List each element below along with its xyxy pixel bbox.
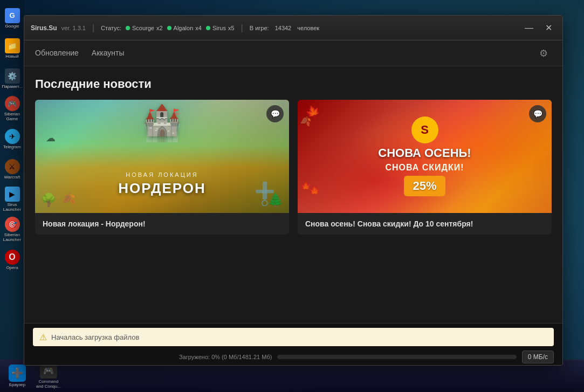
online-status: В игре: 14342 человек — [250, 25, 319, 31]
tab-updates[interactable]: Обновление — [35, 46, 79, 60]
bottom-bar: ⚠ Началась загрузка файлов Загружено: 0%… — [24, 323, 562, 366]
sirus-badge: S — [411, 116, 438, 143]
autumn-comment-button[interactable]: 💬 — [529, 105, 546, 122]
desktop-icon-opera[interactable]: O Opera — [1, 246, 24, 274]
card-autumn-image: 🍁 🍂 🍁 🍂 🍁 S СНОВА ОСЕНЬ! СНОВА СКИДКИ! — [298, 100, 552, 213]
minimize-button[interactable]: — — [521, 20, 537, 36]
autumn-card-title: Снова осень! Снова скидки! До 10 сентябр… — [298, 213, 552, 235]
desktop-icon-telegram[interactable]: ✈ Telegram — [1, 125, 24, 153]
news-card-autumn[interactable]: 🍁 🍂 🍁 🍂 🍁 S СНОВА ОСЕНЬ! СНОВА СКИДКИ! — [298, 100, 552, 235]
settings-button[interactable]: ⚙ — [535, 45, 552, 61]
sirus-dot — [206, 26, 210, 30]
discount-badge: 25% — [404, 176, 445, 196]
norderon-card-title: Новая локация - Нордерон! — [35, 213, 289, 235]
notification-bar: ⚠ Началась загрузка файлов — [33, 328, 554, 346]
progress-bar-container — [277, 355, 516, 359]
svg-point-2 — [262, 201, 267, 206]
autumn-sub-text: СНОВА СКИДКИ! — [385, 163, 464, 173]
close-button[interactable]: ✕ — [541, 20, 556, 36]
title-bar-left: Sirus.Su ver. 1.3.1 | Статус: Scourge x2… — [31, 23, 521, 33]
algalon-dot — [167, 26, 171, 30]
desktop-icon-google[interactable]: G Google — [1, 4, 24, 32]
autumn-main-text: СНОВА ОСЕНЬ! — [378, 147, 471, 160]
status-algalon: Algalon x4 — [167, 25, 202, 31]
status-prefix: Статус: — [101, 25, 121, 31]
status-scourge: Scourge x2 — [126, 25, 163, 31]
notification-text: Началась загрузка файлов — [51, 333, 139, 341]
progress-info: Загружено: 0% (0 Мб/1481.21 Мб) — [33, 354, 272, 360]
desktop-icon-sirus[interactable]: ▶ Sirus Launcher — [1, 185, 24, 214]
nav-bar: Обновление Аккаунты ⚙ — [24, 40, 562, 66]
desktop: G Google 📁 Новый ⚙️ Парамет... 🎮 Siberia… — [0, 0, 584, 392]
taskbar-command-label: Command and Conqu... — [36, 380, 61, 389]
desktop-icons-left: G Google 📁 Новый ⚙️ Парамет... 🎮 Siberia… — [0, 0, 24, 360]
rune-icon — [251, 181, 278, 208]
tab-accounts[interactable]: Аккаунты — [92, 46, 125, 60]
svg-rect-1 — [256, 190, 273, 194]
launcher-version: ver. 1.3.1 — [61, 25, 86, 31]
norderon-subtitle: НОВАЯ ЛОКАЦИЯ — [35, 171, 289, 178]
launcher-window: Sirus.Su ver. 1.3.1 | Статус: Scourge x2… — [24, 15, 563, 366]
scourge-dot — [126, 26, 130, 30]
speed-badge: 0 МБ/с — [522, 350, 554, 363]
norderon-comment-button[interactable]: 💬 — [266, 105, 284, 122]
title-bar: Sirus.Su ver. 1.3.1 | Статус: Scourge x2… — [24, 16, 562, 40]
section-title: Последние новости — [35, 77, 552, 91]
desktop-icon-warcraft[interactable]: ⚔ Warcraft — [1, 155, 24, 183]
nav-tabs: Обновление Аккаунты — [35, 46, 125, 60]
status-sirus: Sirus x5 — [206, 25, 235, 31]
progress-row: Загружено: 0% (0 Мб/1481.21 Мб) 0 МБ/с — [33, 350, 554, 363]
desktop-icon-param[interactable]: ⚙️ Парамет... — [1, 65, 24, 93]
taskbar-browser-label: Браузер — [9, 383, 26, 388]
desktop-icon-new[interactable]: 📁 Новый — [1, 35, 24, 63]
desktop-icon-sib2[interactable]: 🎯 Siberian Launcher — [1, 216, 24, 244]
launcher-title: Sirus.Su — [31, 24, 57, 32]
main-content: Последние новости 🏰 🌳 🌲 🍂 ☁ — [24, 66, 562, 323]
news-card-norderon[interactable]: 🏰 🌳 🌲 🍂 ☁ НОВАЯ ЛОКАЦИЯ НОРДЕРОН — [35, 100, 289, 235]
notification-icon: ⚠ — [39, 332, 47, 342]
autumn-sale-content: S СНОВА ОСЕНЬ! СНОВА СКИДКИ! 25% — [298, 100, 552, 213]
browser-icon: ➕ — [9, 365, 26, 382]
card-norderon-image: 🏰 🌳 🌲 🍂 ☁ НОВАЯ ЛОКАЦИЯ НОРДЕРОН — [35, 100, 289, 213]
desktop-icon-game1[interactable]: 🎮 Siberian Game — [1, 95, 24, 123]
news-grid: 🏰 🌳 🌲 🍂 ☁ НОВАЯ ЛОКАЦИЯ НОРДЕРОН — [35, 100, 552, 235]
gear-icon: ⚙ — [539, 47, 548, 59]
title-bar-controls: — ✕ — [521, 20, 556, 36]
